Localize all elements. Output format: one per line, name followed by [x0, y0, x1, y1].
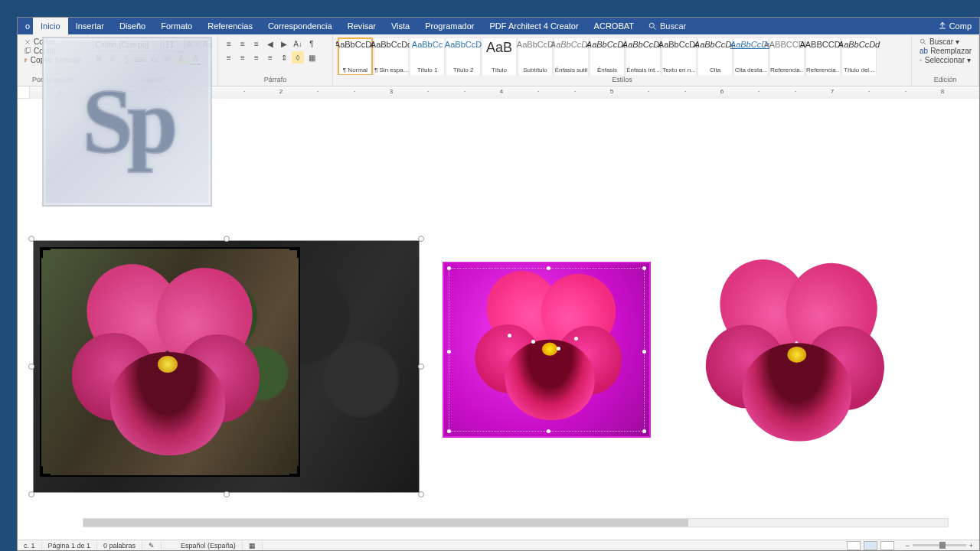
find-button[interactable]: Buscar ▾: [920, 37, 971, 46]
group-label: Párrafo: [221, 75, 329, 84]
image-1-cropping[interactable]: [33, 240, 420, 493]
style-t-tulo-2[interactable]: AaBbCcDTítulo 2: [446, 37, 481, 75]
dedent-button[interactable]: ◀: [264, 37, 276, 50]
justify-button[interactable]: ≡: [264, 51, 276, 64]
style-t-tulo-1[interactable]: AaBbCcTítulo 1: [410, 37, 445, 75]
tab-programador[interactable]: Programador: [417, 18, 482, 34]
image-2-recolored[interactable]: [443, 262, 651, 438]
marquee-selection: [449, 268, 645, 432]
style-cita[interactable]: AaBbCcDdCita: [697, 37, 733, 75]
ribbon-tabs: o InicioInsertarDiseñoFormatoReferencias…: [18, 18, 979, 34]
style--sin-espa-[interactable]: AaBbCcDd¶ Sin espa...: [374, 37, 409, 75]
status-bar: c. 1 Página 1 de 1 0 palabras ✎ Español …: [18, 540, 979, 550]
share-label: Comp: [949, 21, 972, 31]
group-label: Estilos: [336, 75, 908, 84]
tab-pdf-architect-4-creator[interactable]: PDF Architect 4 Creator: [482, 18, 586, 34]
style--nfasis-int-[interactable]: AaBbCcDdÉnfasis int...: [626, 37, 661, 75]
watermark-logo: Sp: [42, 37, 212, 207]
select-button[interactable]: Seleccionar ▾: [920, 56, 971, 64]
tab-insertar[interactable]: Insertar: [68, 18, 112, 34]
line-spacing-button[interactable]: ⇕: [278, 51, 290, 64]
indent-button[interactable]: ▶: [278, 37, 290, 50]
group-label: Edición: [915, 75, 975, 84]
tab-diseño[interactable]: Diseño: [112, 18, 153, 34]
print-layout-icon[interactable]: [864, 541, 877, 550]
show-marks-button[interactable]: ¶: [305, 37, 318, 50]
language-indicator[interactable]: Español (España): [175, 542, 243, 549]
sort-button[interactable]: A↓: [292, 37, 304, 50]
view-switcher[interactable]: [842, 541, 899, 550]
selection-handles[interactable]: [32, 240, 420, 494]
image-3-transparent[interactable]: [684, 259, 913, 451]
style--nfasis-sutil[interactable]: AaBbCcDdÉnfasis sutil: [554, 37, 589, 75]
horizontal-scrollbar[interactable]: [83, 518, 949, 527]
svg-line-5: [924, 42, 926, 44]
replace-button[interactable]: abReemplazar: [920, 47, 971, 55]
zoom-in-icon[interactable]: +: [969, 542, 973, 549]
group-editing: Buscar ▾ abReemplazar Seleccionar ▾ Edic…: [912, 34, 979, 86]
tab-revisar[interactable]: Revisar: [340, 18, 384, 34]
tab-inicio[interactable]: Inicio: [33, 18, 68, 34]
style-subt-tulo[interactable]: AaBbCcDSubtítulo: [518, 37, 553, 75]
macro-icon[interactable]: ▦: [243, 542, 263, 549]
numbering-button[interactable]: ≡: [237, 37, 249, 50]
align-right-button[interactable]: ≡: [250, 51, 263, 64]
group-paragraph: ≡ ≡ ≡ ◀ ▶ A↓ ¶ ≡ ≡ ≡ ≡ ⇕ ◊ ▦ P: [218, 34, 333, 86]
section-indicator[interactable]: c. 1: [18, 542, 42, 549]
tell-me[interactable]: Buscar: [648, 21, 686, 31]
file-tab[interactable]: o: [18, 18, 33, 34]
borders-button[interactable]: ▦: [305, 51, 318, 64]
svg-point-4: [920, 39, 924, 43]
tab-formato[interactable]: Formato: [153, 18, 200, 34]
word-count[interactable]: 0 palabras: [97, 542, 142, 549]
style-texto-en-n-[interactable]: AaBbCcDdTexto en n...: [662, 37, 697, 75]
read-mode-icon[interactable]: [847, 541, 861, 550]
shading-button[interactable]: ◊: [292, 51, 304, 64]
web-layout-icon[interactable]: [880, 541, 894, 550]
style--nfasis[interactable]: AaBbCcDdÉnfasis: [590, 37, 625, 75]
page-indicator[interactable]: Página 1 de 1: [42, 542, 98, 549]
style-referencia-[interactable]: AABBCCDDReferencia...: [805, 37, 841, 75]
svg-rect-3: [27, 47, 30, 52]
group-styles: AaBbCcDd¶ NormalAaBbCcDd¶ Sin espa...AaB…: [333, 34, 912, 86]
tab-correspondencia[interactable]: Correspondencia: [260, 18, 340, 34]
tell-me-label: Buscar: [660, 21, 686, 31]
watermark-text: Sp: [82, 69, 172, 174]
align-left-button[interactable]: ≡: [223, 51, 235, 64]
tab-referencias[interactable]: Referencias: [200, 18, 260, 34]
bullets-button[interactable]: ≡: [223, 37, 235, 50]
tab-selector[interactable]: [18, 86, 30, 99]
tab-vista[interactable]: Vista: [384, 18, 417, 34]
share-button[interactable]: Comp: [930, 21, 979, 31]
zoom-control[interactable]: − +: [899, 542, 979, 549]
style-t-tulo[interactable]: AaBTítulo: [482, 37, 517, 75]
align-center-button[interactable]: ≡: [237, 51, 249, 64]
spell-check-icon[interactable]: ✎: [142, 542, 162, 549]
style--normal[interactable]: AaBbCcDd¶ Normal: [338, 37, 373, 75]
multilevel-button[interactable]: ≡: [250, 37, 263, 50]
svg-point-0: [649, 23, 654, 28]
zoom-out-icon[interactable]: −: [905, 542, 909, 549]
style-t-tulo-del-[interactable]: AaBbCcDdTítulo del...: [841, 37, 877, 75]
tab-acrobat[interactable]: ACROBAT: [586, 18, 642, 34]
svg-line-1: [653, 28, 655, 30]
